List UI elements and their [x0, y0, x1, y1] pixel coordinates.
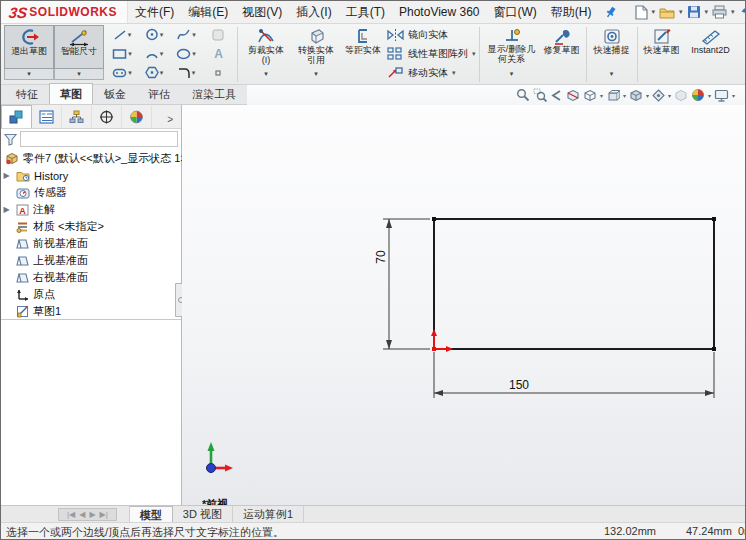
tab-dimxpert-manager[interactable]: [92, 106, 122, 128]
ellipse-tool-button[interactable]: ▾: [170, 44, 202, 63]
tab-configuration-manager[interactable]: [62, 106, 92, 128]
section-view-button[interactable]: [566, 89, 580, 102]
tree-item-front-plane[interactable]: 前视基准面: [1, 235, 181, 252]
smart-dimension-dropdown[interactable]: ▾: [54, 69, 104, 80]
spline-tool-button[interactable]: ▾: [170, 25, 202, 44]
print-button[interactable]: [710, 4, 729, 20]
previous-view-button[interactable]: [550, 89, 563, 102]
circle-tool-button[interactable]: ▾: [138, 25, 170, 44]
panel-collapse-arrow[interactable]: >: [167, 114, 181, 128]
menu-insert[interactable]: 插入(I): [289, 1, 338, 24]
view-settings-button[interactable]: [674, 89, 688, 102]
apply-scene-button[interactable]: [714, 89, 729, 102]
menu-file[interactable]: 文件(F): [128, 1, 181, 24]
tab-3d-views[interactable]: 3D 视图: [173, 506, 233, 522]
expand-arrow-icon[interactable]: ▶: [1, 205, 12, 214]
vertex-top-left[interactable]: [432, 217, 436, 221]
tab-render-tools[interactable]: 渲染工具: [181, 83, 247, 104]
convert-entities-button[interactable]: 转换实体引用: [292, 25, 340, 69]
zoom-fit-button[interactable]: [516, 88, 530, 102]
new-document-button[interactable]: [633, 4, 650, 21]
tab-model[interactable]: 模型: [129, 506, 173, 522]
menu-edit[interactable]: 编辑(E): [181, 1, 235, 24]
exit-sketch-dropdown[interactable]: ▾: [4, 69, 54, 80]
tree-item-sensors[interactable]: 传感器: [1, 184, 181, 201]
offset-entities-button[interactable]: 等距实体: [341, 25, 385, 69]
smart-dimension-button[interactable]: 智能尺寸: [54, 25, 104, 69]
sketch-rectangle[interactable]: [434, 219, 714, 349]
slot-tool-button[interactable]: ▾: [106, 63, 138, 82]
edit-appearance-button[interactable]: [691, 88, 705, 102]
tab-display-manager[interactable]: [122, 106, 152, 128]
prev-tab-icon[interactable]: ◀: [79, 511, 85, 519]
dimension-height[interactable]: [383, 219, 430, 349]
polygon-dropdown[interactable]: ▾: [160, 69, 164, 77]
spline-dropdown[interactable]: ▾: [192, 31, 196, 39]
dimension-height-text[interactable]: 70: [374, 250, 388, 264]
first-tab-icon[interactable]: |◀: [67, 511, 75, 519]
appearance-dropdown[interactable]: ▾: [708, 92, 711, 99]
rectangle-tool-button[interactable]: ▾: [106, 44, 138, 63]
vertex-top-right[interactable]: [712, 217, 716, 221]
trim-entities-button[interactable]: 剪裁实体(I): [243, 25, 289, 69]
text-tool-button[interactable]: A: [202, 44, 234, 63]
line-dropdown[interactable]: ▾: [128, 31, 132, 39]
rapid-sketch-button[interactable]: 快速草图: [641, 25, 683, 69]
point-tool-button[interactable]: [202, 63, 234, 82]
expand-arrow-icon[interactable]: ▶: [1, 171, 12, 180]
tree-item-history[interactable]: ▶ History: [1, 167, 181, 184]
mirror-entities-button[interactable]: 镜向实体: [387, 25, 476, 44]
tree-filter-input[interactable]: [20, 131, 178, 147]
fillet-tool-button[interactable]: ▾: [170, 63, 202, 82]
tab-sketch[interactable]: 草图: [49, 83, 93, 104]
hide-show-dropdown[interactable]: ▾: [668, 92, 671, 99]
next-tab-icon[interactable]: ▶: [89, 511, 95, 519]
tab-scroll-buttons[interactable]: |◀ ◀ ▶ ▶|: [58, 508, 117, 521]
scene-dropdown[interactable]: ▾: [732, 92, 735, 99]
tab-motion-study[interactable]: 运动算例1: [233, 506, 304, 522]
vertex-bottom-right[interactable]: [712, 347, 716, 351]
menu-view[interactable]: 视图(V): [235, 1, 289, 24]
sketch-origin-icon[interactable]: [431, 329, 453, 352]
slot-dropdown[interactable]: ▾: [128, 69, 132, 77]
view-orientation-button[interactable]: [606, 89, 620, 102]
undo-button[interactable]: [737, 5, 746, 20]
3d-drawing-dropdown[interactable]: ▾: [600, 92, 603, 99]
last-tab-icon[interactable]: ▶|: [100, 511, 108, 519]
save-button[interactable]: [685, 4, 703, 20]
tree-root-item[interactable]: 零件7 (默认<<默认>_显示状态 1>): [1, 149, 181, 167]
exit-sketch-button[interactable]: 退出草图: [4, 25, 54, 69]
arc-dropdown[interactable]: ▾: [160, 50, 164, 58]
new-document-dropdown[interactable]: ▾: [652, 8, 656, 16]
fillet-dropdown[interactable]: ▾: [192, 69, 196, 77]
move-entities-dropdown[interactable]: ▾: [452, 69, 456, 77]
tree-item-top-plane[interactable]: 上视基准面: [1, 252, 181, 269]
tree-item-origin[interactable]: 原点: [1, 286, 181, 303]
rectangle-dropdown[interactable]: ▾: [128, 50, 132, 58]
tab-evaluate[interactable]: 评估: [137, 83, 181, 104]
display-style-dropdown[interactable]: ▾: [646, 92, 649, 99]
tree-item-annotations[interactable]: ▶ A 注解: [1, 201, 181, 218]
hide-show-items-button[interactable]: [652, 89, 665, 102]
sketch-picture-button[interactable]: [202, 25, 234, 44]
pin-menu-icon[interactable]: [605, 6, 617, 19]
quick-snaps-dropdown[interactable]: ▾: [590, 69, 634, 80]
display-style-button[interactable]: [629, 89, 643, 102]
view-orientation-dropdown[interactable]: ▾: [623, 92, 626, 99]
tab-feature-manager[interactable]: [1, 105, 32, 128]
repair-sketch-button[interactable]: 修复草图: [541, 25, 583, 69]
zoom-area-button[interactable]: [533, 88, 547, 102]
menu-help[interactable]: 帮助(H): [544, 1, 599, 24]
display-delete-relations-button[interactable]: 显示/删除几何关系: [483, 25, 541, 69]
linear-pattern-dropdown[interactable]: ▾: [472, 50, 476, 58]
save-dropdown[interactable]: ▾: [705, 8, 709, 16]
trim-entities-dropdown[interactable]: ▾: [241, 69, 291, 80]
ellipse-dropdown[interactable]: ▾: [192, 50, 196, 58]
linear-sketch-pattern-button[interactable]: 线性草图阵列 ▾: [387, 44, 476, 63]
move-entities-button[interactable]: 移动实体 ▾: [387, 63, 476, 82]
polygon-tool-button[interactable]: ▾: [138, 63, 170, 82]
arc-tool-button[interactable]: ▾: [138, 44, 170, 63]
display-relations-dropdown[interactable]: ▾: [483, 69, 541, 80]
graphics-viewport[interactable]: 70 150: [182, 105, 745, 505]
open-button[interactable]: [657, 5, 677, 20]
